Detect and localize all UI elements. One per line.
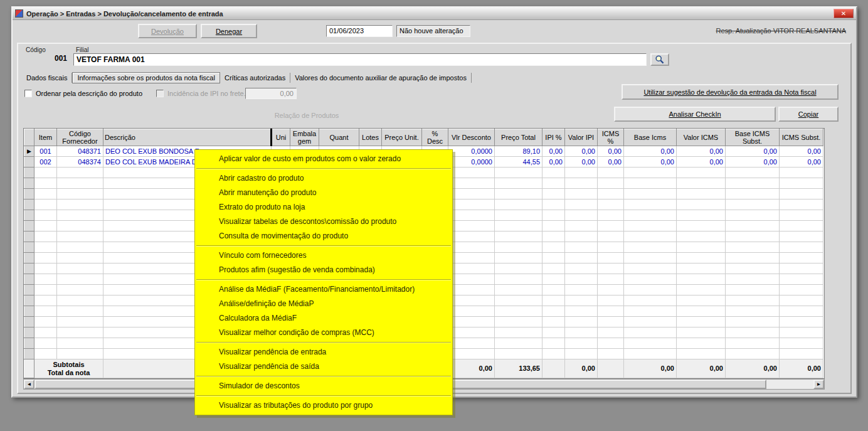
cell-item[interactable]: 002 [34, 157, 57, 168]
tab-dados-fiscais[interactable]: Dados fiscais [22, 73, 72, 83]
cell-icms_subst[interactable]: 0,00 [780, 146, 823, 157]
devolucao-button[interactable]: Devolução [138, 24, 197, 38]
date-field[interactable]: 01/06/2023 [326, 25, 393, 37]
cell-valor_ipi [565, 178, 598, 189]
col-header-preco_total[interactable]: Preço Total [495, 129, 542, 146]
cell-valor_ipi[interactable]: 0,00 [565, 157, 598, 168]
col-header-icms_subst[interactable]: ICMS Subst. [780, 129, 823, 146]
sugestao-devolucao-button[interactable]: Utilizar sugestão de devolução da entrad… [622, 84, 839, 100]
filial-field[interactable]: VETOF FARMA 001 [73, 53, 647, 66]
row-selector[interactable] [24, 327, 34, 338]
context-menu-item[interactable]: Visualizar pendência de entrada [195, 345, 452, 359]
context-menu-item[interactable]: Visualizar tabelas de descontos\comissão… [195, 215, 452, 229]
col-header-valor_icms[interactable]: Valor ICMS [677, 129, 726, 146]
cell-base_icms [624, 285, 677, 295]
row-selector[interactable] [24, 306, 34, 317]
row-selector[interactable] [24, 210, 34, 221]
cell-base_icms_subst[interactable]: 0,00 [726, 146, 780, 157]
tab-criticas-autorizadas[interactable]: Críticas autorizadas [220, 73, 290, 83]
context-menu-item[interactable]: Vínculo com fornecedores [195, 248, 452, 263]
cell-ipi_pct[interactable]: 0,00 [542, 157, 565, 168]
cell-valor_icms[interactable]: 0,00 [677, 146, 726, 157]
context-menu-item[interactable]: Análise da MédiaF (Faceamento/Financiame… [195, 282, 452, 297]
cell-icms_pct[interactable]: 0,00 [598, 146, 624, 157]
row-selector[interactable] [24, 349, 34, 359]
denegar-button[interactable]: Denegar [201, 24, 257, 38]
context-menu-item[interactable]: Análise/definição de MédiaP [195, 297, 452, 311]
cell-icms_pct[interactable]: 0,00 [598, 157, 624, 168]
cell-base_icms[interactable]: 0,00 [624, 146, 677, 157]
context-menu-item[interactable]: Calculadora da MédiaF [195, 311, 452, 326]
scroll-right-button[interactable]: ► [813, 380, 824, 389]
row-selector[interactable] [24, 157, 34, 168]
context-menu-item[interactable]: Abrir cadastro do produto [195, 171, 452, 186]
col-header-codigo[interactable]: Código Fornecedor [57, 129, 103, 146]
row-selector[interactable] [24, 263, 34, 274]
cell-codigo[interactable]: 048374 [57, 157, 103, 168]
context-menu-item[interactable]: Visualizar pendência de saída [195, 359, 452, 374]
cell-ipi_pct[interactable]: 0,00 [542, 146, 565, 157]
cell-base_icms[interactable]: 0,00 [624, 157, 677, 168]
row-selector[interactable] [24, 242, 34, 253]
context-menu-item[interactable]: Produtos afim (sugestão de venda combina… [195, 263, 452, 277]
row-selector[interactable] [24, 178, 34, 189]
col-header-icms_pct[interactable]: ICMS % [598, 129, 624, 146]
row-selector[interactable] [24, 189, 34, 200]
ipi-frete-field[interactable]: 0,00 [245, 88, 297, 99]
row-selector[interactable] [24, 221, 34, 231]
cell-vlr_desconto[interactable]: 0,0000 [448, 157, 495, 168]
col-header-valor_ipi[interactable]: Valor IPI [565, 129, 598, 146]
context-menu-item[interactable]: Simulador de descontos [195, 379, 452, 393]
col-header-desc_pct[interactable]: % Desc [422, 129, 448, 146]
col-header-ipi_pct[interactable]: IPI % [542, 129, 565, 146]
cell-preco_total[interactable]: 44,55 [495, 157, 542, 168]
row-selector[interactable] [24, 317, 34, 327]
cell-preco_total[interactable]: 89,10 [495, 146, 542, 157]
cell-codigo[interactable]: 048371 [57, 146, 103, 157]
col-header-sel[interactable] [24, 129, 34, 146]
col-header-vlr_desconto[interactable]: Vlr Desconto [448, 129, 495, 146]
col-header-quant[interactable]: Quant [319, 129, 359, 146]
context-menu-item[interactable]: Visualizar melhor condição de compras (M… [195, 326, 452, 340]
scroll-left-button[interactable]: ◄ [24, 380, 34, 389]
row-selector[interactable] [24, 295, 34, 306]
context-menu-item[interactable]: Visualizar as tributações do produto por… [195, 398, 452, 413]
row-selector[interactable] [24, 253, 34, 263]
col-header-preco_unit[interactable]: Preço Unit. [382, 129, 422, 146]
cell-valor_ipi [565, 253, 598, 263]
cell-vlr_desconto[interactable]: 0,0000 [448, 146, 495, 157]
titlebar[interactable]: Operação > Entradas > Devolução/cancelam… [13, 8, 856, 20]
row-selector[interactable] [24, 285, 34, 295]
copiar-button[interactable]: Copiar [778, 107, 839, 122]
cell-base_icms_subst[interactable]: 0,00 [726, 157, 780, 168]
cell-valor_ipi[interactable]: 0,00 [565, 146, 598, 157]
context-menu-item[interactable]: Abrir manutenção do produto [195, 186, 452, 200]
cell-valor_icms[interactable]: 0,00 [677, 157, 726, 168]
context-menu-item[interactable]: Consulta de movimentação do produto [195, 229, 452, 243]
row-selector[interactable] [24, 231, 34, 242]
tab-valores-documento[interactable]: Valores do documento auxiliar de apuraçã… [290, 73, 472, 83]
col-header-base_icms_subst[interactable]: Base ICMS Subst. [726, 129, 780, 146]
search-button[interactable] [650, 53, 669, 66]
col-header-uni[interactable]: Uni [272, 129, 290, 146]
row-selector[interactable] [24, 200, 34, 210]
row-selector[interactable] [24, 274, 34, 285]
cell-item[interactable]: 001 [34, 146, 57, 157]
row-selector[interactable] [24, 168, 34, 178]
close-button[interactable]: ✕ [834, 9, 854, 18]
cell-valor_ipi [565, 263, 598, 274]
ordenar-checkbox[interactable] [24, 90, 32, 97]
col-header-base_icms[interactable]: Base Icms [624, 129, 677, 146]
col-header-item[interactable]: Item [34, 129, 57, 146]
ipi-frete-checkbox[interactable] [156, 90, 164, 97]
row-selector[interactable]: ▶ [24, 146, 34, 157]
col-header-embalagem[interactable]: Embala gem [290, 129, 319, 146]
row-selector[interactable] [24, 338, 34, 349]
context-menu-item[interactable]: Aplicar valor de custo em produtos com o… [195, 152, 452, 166]
cell-icms_subst[interactable]: 0,00 [780, 157, 823, 168]
col-header-lotes[interactable]: Lotes [359, 129, 382, 146]
col-header-descricao[interactable]: Descrição [103, 129, 272, 146]
analisar-checkin-button[interactable]: Analisar CheckIn [614, 107, 776, 122]
tab-informacoes-produtos[interactable]: Informações sobre os produtos da nota fi… [72, 72, 220, 83]
context-menu-item[interactable]: Extrato do produto na loja [195, 200, 452, 215]
